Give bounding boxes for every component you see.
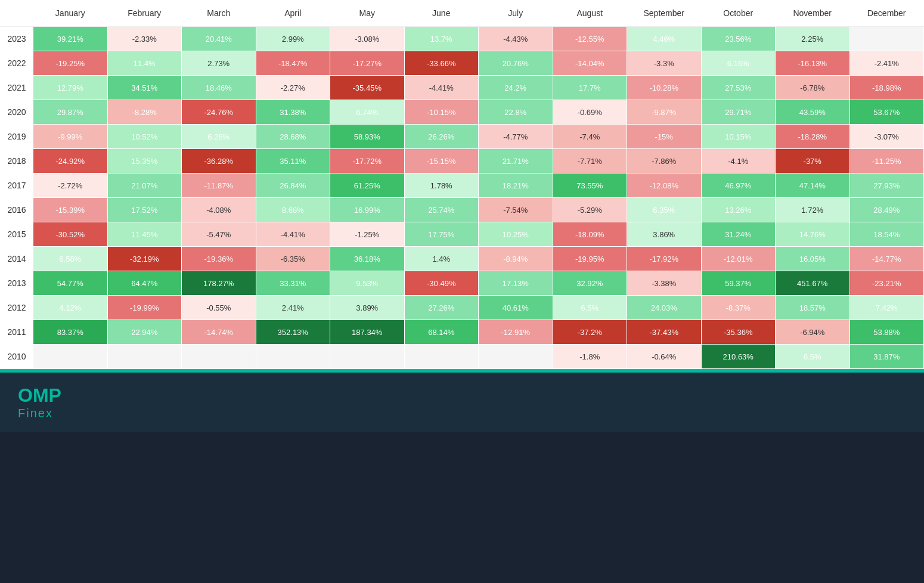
data-cell: 32.92% [553,271,627,296]
data-cell: 7.42% [849,296,924,320]
data-cell: 27.53% [701,76,776,100]
logo-omp-text: OMP [18,385,61,406]
data-cell: 59.37% [701,271,776,296]
data-cell: 16.99% [330,198,405,222]
data-cell: -3.3% [627,51,702,76]
data-cell: 3.89% [330,296,405,320]
table-row: 2010-1.8%-0.64%210.63%6.5%31.87% [1,345,924,369]
data-cell: -7.86% [627,149,702,173]
data-cell: -6.35% [256,247,330,271]
data-cell: 58.93% [330,125,405,149]
data-cell: -35.45% [330,76,405,100]
data-cell: -2.33% [107,27,182,51]
data-cell: 22.94% [107,320,182,345]
data-cell: 187.34% [330,320,405,345]
data-cell: 31.38% [256,100,330,125]
data-cell: 9.53% [330,271,405,296]
data-cell: -12.91% [479,320,553,345]
data-cell: 17.75% [404,222,479,247]
data-cell: -24.92% [33,149,108,173]
data-cell: 451.67% [776,271,850,296]
data-cell: -36.28% [182,149,256,173]
data-cell: -9.87% [627,100,702,125]
data-cell: -18.98% [849,76,924,100]
data-cell: -0.69% [553,100,627,125]
table-header: January February March April May June Ju… [1,0,924,27]
data-cell: 13.26% [701,198,776,222]
data-cell: 4.46% [627,27,702,51]
col-header-aug: August [553,0,627,27]
data-cell: 17.52% [107,198,182,222]
year-cell: 2011 [1,320,33,345]
table-row: 2022-19.25%11.4%2.73%-18.47%-17.27%-33.6… [1,51,924,76]
heatmap-table: January February March April May June Ju… [0,0,924,369]
col-header-jul: July [479,0,553,27]
footer: OMP Finex [0,373,924,432]
data-cell: 2.99% [256,27,330,51]
data-cell: -0.64% [627,345,702,369]
data-cell: -11.25% [849,149,924,173]
data-cell: 53.67% [849,100,924,125]
data-cell: 18.57% [776,296,850,320]
data-cell: 21.07% [107,173,182,198]
table-row: 2015-30.52%11.45%-5.47%-4.41%-1.25%17.75… [1,222,924,247]
data-cell: 6.5% [776,345,850,369]
data-cell: 18.54% [849,222,924,247]
data-cell: -33.66% [404,51,479,76]
data-cell: 2.25% [776,27,850,51]
data-cell: 1.4% [404,247,479,271]
data-cell: 352.13% [256,320,330,345]
data-cell: -30.49% [404,271,479,296]
data-cell: -8.28% [107,100,182,125]
year-cell: 2012 [1,296,33,320]
col-header-feb: February [107,0,182,27]
data-cell: -2.27% [256,76,330,100]
year-cell: 2020 [1,100,33,125]
data-cell: -18.47% [256,51,330,76]
data-cell: 21.71% [479,149,553,173]
table-row: 2018-24.92%15.35%-36.28%35.11%-17.72%-15… [1,149,924,173]
main-container: January February March April May June Ju… [0,0,924,432]
col-header-nov: November [776,0,850,27]
year-cell: 2014 [1,247,33,271]
data-cell: 43.59% [776,100,850,125]
year-cell: 2022 [1,51,33,76]
data-cell: 53.88% [849,320,924,345]
table-row: 2016-15.39%17.52%-4.08%8.68%16.99%25.74%… [1,198,924,222]
table-wrapper: January February March April May June Ju… [0,0,924,369]
data-cell: -15.39% [33,198,108,222]
table-row: 20146.58%-32.19%-19.36%-6.35%36.18%1.4%-… [1,247,924,271]
data-cell: 210.63% [701,345,776,369]
data-cell: -37.2% [553,320,627,345]
data-cell: 1.72% [776,198,850,222]
data-cell: 35.11% [256,149,330,173]
data-cell: 29.87% [33,100,108,125]
data-cell: 31.87% [849,345,924,369]
year-cell: 2017 [1,173,33,198]
data-cell: 6.16% [701,51,776,76]
data-cell: -4.77% [479,125,553,149]
data-cell: -11.87% [182,173,256,198]
data-cell: -4.1% [701,149,776,173]
data-cell: -17.27% [330,51,405,76]
data-cell: -3.07% [849,125,924,149]
data-cell: 24.03% [627,296,702,320]
data-cell: -12.55% [553,27,627,51]
data-cell: 18.46% [182,76,256,100]
data-cell: 64.47% [107,271,182,296]
table-row: 20124.12%-19.99%-0.55%2.41%3.89%27.26%40… [1,296,924,320]
data-cell: 24.2% [479,76,553,100]
logo: OMP Finex [18,385,61,419]
data-cell: 31.24% [701,222,776,247]
data-cell: 6.28% [182,125,256,149]
data-cell: -5.47% [182,222,256,247]
data-cell: 11.4% [107,51,182,76]
data-cell [404,345,479,369]
data-cell: 20.76% [479,51,553,76]
data-cell: -35.36% [701,320,776,345]
data-cell: 27.93% [849,173,924,198]
col-header-apr: April [256,0,330,27]
data-cell: -32.19% [107,247,182,271]
data-cell: 6.58% [33,247,108,271]
col-header-may: May [330,0,405,27]
